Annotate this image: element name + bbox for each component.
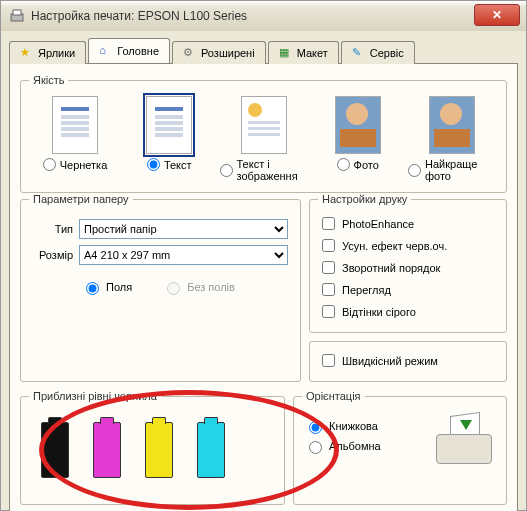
ink-magenta xyxy=(93,422,121,478)
printer-icon xyxy=(432,414,496,468)
quality-label: Фото xyxy=(354,159,379,171)
chk-redeye[interactable] xyxy=(322,239,335,252)
thumb-text xyxy=(146,96,192,154)
star-icon: ★ xyxy=(20,46,34,60)
margins-with[interactable]: Поля xyxy=(81,279,132,295)
tab-service[interactable]: ✎Сервіс xyxy=(341,41,415,64)
home-icon: ⌂ xyxy=(99,44,113,58)
ink-black xyxy=(41,422,69,478)
window-title: Настройка печати: EPSON L100 Series xyxy=(31,9,247,23)
chk-photoenhance[interactable] xyxy=(322,217,335,230)
margins-with-radio[interactable] xyxy=(86,282,99,295)
tab-shortcuts[interactable]: ★Ярлики xyxy=(9,41,86,64)
quality-option-textimage[interactable]: Текст і зображення xyxy=(220,96,308,182)
close-button[interactable]: ✕ xyxy=(474,4,520,26)
orient-landscape-radio[interactable] xyxy=(309,441,322,454)
opt-photoenhance[interactable]: PhotoEnhance xyxy=(318,214,498,233)
chk-grayscale[interactable] xyxy=(322,305,335,318)
opt-grayscale[interactable]: Відтінки сірого xyxy=(318,302,498,321)
ink-group: Приблизні рівні чорнила xyxy=(20,390,285,505)
quality-radio-draft[interactable] xyxy=(43,158,56,171)
chk-fast[interactable] xyxy=(322,354,335,367)
tab-label: Головне xyxy=(117,45,159,57)
thumb-bestphoto xyxy=(429,96,475,154)
orient-landscape[interactable]: Альбомна xyxy=(304,438,381,454)
tab-advanced[interactable]: ⚙Розширені xyxy=(172,41,266,64)
chk-preview[interactable] xyxy=(322,283,335,296)
quality-label: Текст і зображення xyxy=(237,158,308,182)
printopts-legend: Настройки друку xyxy=(318,193,411,205)
layout-icon: ▦ xyxy=(279,46,293,60)
fast-group: Швидкісний режим xyxy=(309,341,507,382)
opt-fast[interactable]: Швидкісний режим xyxy=(318,351,498,370)
orientation-group: Орієнтація Книжкова Альбомна xyxy=(293,390,507,505)
wand-icon: ✎ xyxy=(352,46,366,60)
thumb-photo xyxy=(335,96,381,154)
tab-label: Ярлики xyxy=(38,47,75,59)
orient-portrait[interactable]: Книжкова xyxy=(304,418,381,434)
tab-label: Розширені xyxy=(201,47,255,59)
orient-portrait-radio[interactable] xyxy=(309,421,322,434)
app-icon xyxy=(9,8,25,24)
quality-radio-textimage[interactable] xyxy=(220,164,233,177)
paper-type-label: Тип xyxy=(33,223,79,235)
margins-without: Без полів xyxy=(162,279,235,295)
thumb-draft xyxy=(52,96,98,154)
margins-without-radio xyxy=(167,282,180,295)
print-options-group: Настройки друку PhotoEnhance Усун. ефект… xyxy=(309,193,507,333)
quality-label: Чернетка xyxy=(60,159,108,171)
quality-label: Найкраще фото xyxy=(425,158,496,182)
tab-label: Макет xyxy=(297,47,328,59)
orient-legend: Орієнтація xyxy=(302,390,365,402)
paper-legend: Параметри паперу xyxy=(29,193,133,205)
quality-option-draft[interactable]: Чернетка xyxy=(31,96,119,182)
quality-legend: Якість xyxy=(29,74,68,86)
ink-legend: Приблизні рівні чорнила xyxy=(29,390,161,402)
opt-reverse[interactable]: Зворотний порядок xyxy=(318,258,498,277)
quality-radio-bestphoto[interactable] xyxy=(408,164,421,177)
chk-reverse[interactable] xyxy=(322,261,335,274)
titlebar: Настройка печати: EPSON L100 Series ✕ xyxy=(1,1,526,31)
quality-group: Якість Чернетка Текст Текст і зображення… xyxy=(20,74,507,193)
gear-icon: ⚙ xyxy=(183,46,197,60)
opt-preview[interactable]: Перегляд xyxy=(318,280,498,299)
close-icon: ✕ xyxy=(492,8,502,22)
quality-option-text[interactable]: Текст xyxy=(125,96,213,182)
tab-layout[interactable]: ▦Макет xyxy=(268,41,339,64)
opt-redeye[interactable]: Усун. ефект черв.оч. xyxy=(318,236,498,255)
quality-option-bestphoto[interactable]: Найкраще фото xyxy=(408,96,496,182)
tab-main[interactable]: ⌂Головне xyxy=(88,38,170,63)
quality-option-photo[interactable]: Фото xyxy=(314,96,402,182)
paper-group: Параметри паперу Тип Простий папір Розмі… xyxy=(20,193,301,382)
tab-label: Сервіс xyxy=(370,47,404,59)
panel-main: Якість Чернетка Текст Текст і зображення… xyxy=(9,64,518,511)
svg-rect-1 xyxy=(13,10,21,15)
quality-label: Текст xyxy=(164,159,192,171)
thumb-textimage xyxy=(241,96,287,154)
quality-radio-text[interactable] xyxy=(147,158,160,171)
ink-yellow xyxy=(145,422,173,478)
quality-radio-photo[interactable] xyxy=(337,158,350,171)
paper-size-label: Розмір xyxy=(33,249,79,261)
ink-cyan xyxy=(197,422,225,478)
tab-strip: ★Ярлики ⌂Головне ⚙Розширені ▦Макет ✎Серв… xyxy=(9,37,518,64)
paper-size-select[interactable]: A4 210 x 297 mm xyxy=(79,245,288,265)
paper-type-select[interactable]: Простий папір xyxy=(79,219,288,239)
